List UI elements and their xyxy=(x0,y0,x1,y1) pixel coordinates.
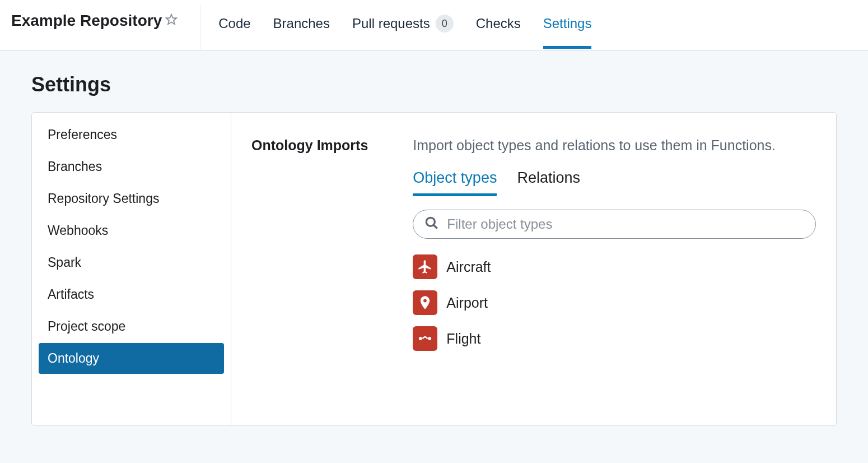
tab-label: Pull requests xyxy=(352,16,430,31)
section-title: Ontology Imports xyxy=(251,137,368,154)
sidebar-item-label: Artifacts xyxy=(48,287,94,302)
tab-label: Settings xyxy=(543,16,592,31)
ontology-tabs: Object types Relations xyxy=(413,169,816,196)
object-list: Aircraft Airport xyxy=(413,250,816,351)
content: Settings Preferences Branches Repository… xyxy=(0,50,868,448)
star-icon[interactable] xyxy=(165,13,178,28)
settings-panel: Preferences Branches Repository Settings… xyxy=(31,112,837,426)
flight-icon xyxy=(413,326,437,351)
sidebar-item-ontology[interactable]: Ontology xyxy=(39,343,224,374)
svg-point-3 xyxy=(419,337,422,340)
sidebar-item-repository-settings[interactable]: Repository Settings xyxy=(39,183,224,214)
section-description: Import object types and relations to use… xyxy=(413,137,816,154)
object-label: Airport xyxy=(446,295,488,311)
pin-icon xyxy=(413,290,437,315)
object-label: Flight xyxy=(446,331,480,347)
tab-label: Code xyxy=(218,16,250,31)
header: Example Repository Code Branches Pull re… xyxy=(0,0,868,50)
tab-settings[interactable]: Settings xyxy=(543,1,592,49)
svg-line-2 xyxy=(434,225,438,229)
object-item-aircraft[interactable]: Aircraft xyxy=(413,254,816,279)
svg-point-4 xyxy=(428,337,432,340)
badge-count: 0 xyxy=(436,15,454,33)
page-title: Settings xyxy=(31,73,837,96)
sidebar-item-label: Repository Settings xyxy=(48,191,159,206)
tab-checks[interactable]: Checks xyxy=(476,1,521,49)
sidebar-item-branches[interactable]: Branches xyxy=(39,151,224,182)
object-label: Aircraft xyxy=(446,259,491,275)
tab-object-types[interactable]: Object types xyxy=(413,169,497,196)
nav-tabs: Code Branches Pull requests 0 Checks Set… xyxy=(200,0,591,50)
sidebar-item-webhooks[interactable]: Webhooks xyxy=(39,215,224,246)
tab-relations[interactable]: Relations xyxy=(517,169,580,196)
tab-code[interactable]: Code xyxy=(218,1,250,49)
tab-label: Checks xyxy=(476,16,521,31)
sub-tab-label: Object types xyxy=(413,169,497,186)
sub-tab-label: Relations xyxy=(517,169,580,186)
object-item-airport[interactable]: Airport xyxy=(413,290,816,315)
sidebar-item-label: Spark xyxy=(48,255,81,270)
search-box[interactable] xyxy=(413,210,816,239)
sidebar-item-label: Branches xyxy=(48,159,102,174)
repo-title: Example Repository xyxy=(11,12,162,30)
sidebar-item-project-scope[interactable]: Project scope xyxy=(39,311,224,342)
search-input[interactable] xyxy=(447,216,804,232)
search-icon xyxy=(424,216,439,233)
settings-main: Ontology Imports Import object types and… xyxy=(231,113,836,425)
object-item-flight[interactable]: Flight xyxy=(413,326,816,351)
sidebar-item-label: Ontology xyxy=(48,351,99,365)
sidebar-item-artifacts[interactable]: Artifacts xyxy=(39,279,224,310)
svg-point-1 xyxy=(427,217,435,226)
tab-pull-requests[interactable]: Pull requests 0 xyxy=(352,0,454,50)
tab-label: Branches xyxy=(273,16,330,31)
section-content: Import object types and relations to use… xyxy=(413,137,816,401)
svg-marker-0 xyxy=(166,15,176,24)
settings-sidebar: Preferences Branches Repository Settings… xyxy=(32,113,231,425)
sidebar-item-label: Webhooks xyxy=(48,223,108,238)
tab-branches[interactable]: Branches xyxy=(273,1,330,49)
sidebar-item-spark[interactable]: Spark xyxy=(39,247,224,278)
sidebar-item-label: Preferences xyxy=(48,127,117,142)
sidebar-item-label: Project scope xyxy=(48,319,125,334)
section-title-col: Ontology Imports xyxy=(251,137,368,401)
repo-title-area: Example Repository xyxy=(11,5,200,50)
sidebar-item-preferences[interactable]: Preferences xyxy=(39,119,224,150)
airplane-icon xyxy=(413,254,437,279)
